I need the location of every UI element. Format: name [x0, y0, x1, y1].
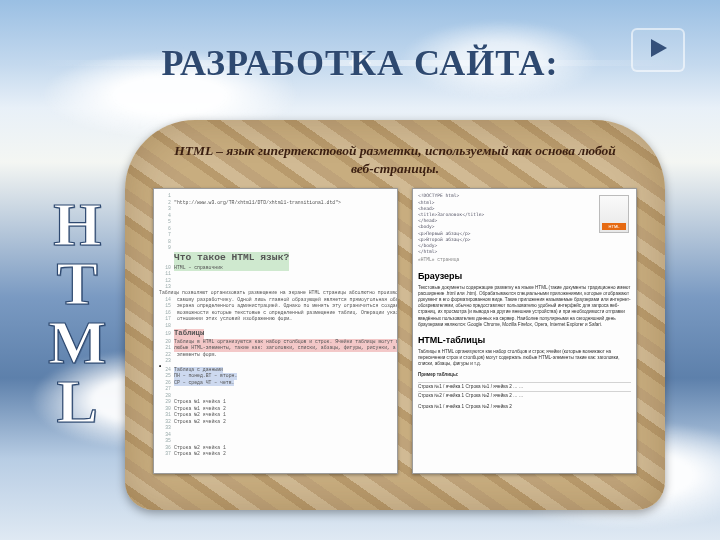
page-title: РАЗРАБОТКА САЙТА: — [0, 0, 720, 84]
example-label: Пример таблицы: — [418, 372, 631, 378]
intro-text: HTML – язык гипертекстовой разметки, исп… — [169, 142, 621, 178]
content-panel: HTML – язык гипертекстовой разметки, исп… — [125, 120, 665, 510]
browsers-paragraph: Текстовые документы содержащие разметку … — [418, 285, 631, 328]
table-footer-line: Строка №1 / ячейка 1 Строка №2 / ячейка … — [418, 404, 631, 410]
browser-render-screenshot: <!DOCTYPE html><html> <head> <title>Заго… — [412, 188, 637, 474]
html-file-icon — [599, 195, 629, 233]
url-caption: «HTML» страница — [418, 257, 631, 263]
section-heading-tables: HTML-таблицы — [418, 334, 631, 346]
play-icon — [646, 36, 670, 64]
section-heading-browsers: Браузеры — [418, 270, 631, 282]
example-table: Строка №1 / ячейка 1 Строка №1 / ячейка … — [418, 382, 631, 400]
tables-paragraph: Таблицы в HTML организуются как набор ст… — [418, 349, 631, 368]
svg-marker-0 — [651, 39, 667, 57]
html-vertical-label: H T M L — [48, 195, 107, 431]
next-button[interactable] — [631, 28, 685, 72]
code-editor-screenshot: 12"http://www.w3.org/TR/xhtml1/DTD/xhtml… — [153, 188, 398, 474]
